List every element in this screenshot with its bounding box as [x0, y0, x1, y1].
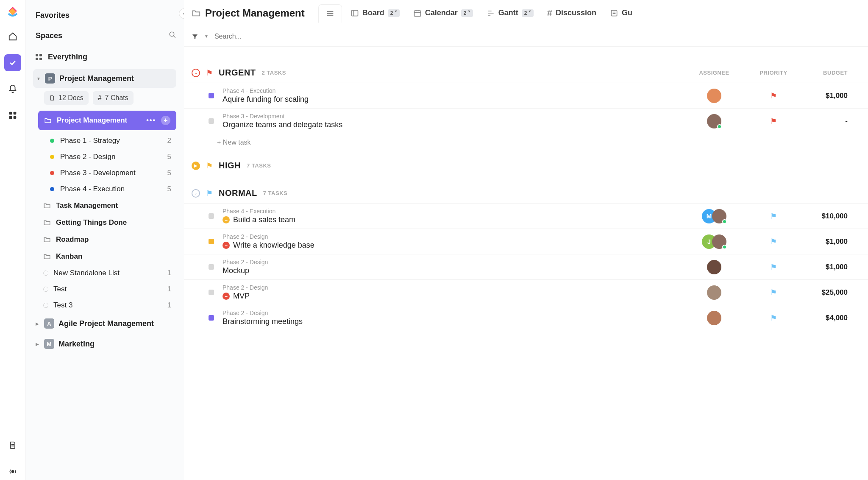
task-status[interactable]: [209, 93, 214, 98]
search-input[interactable]: [214, 33, 860, 40]
space-badge: A: [44, 318, 54, 329]
folder-item[interactable]: Roadmap: [33, 231, 176, 248]
view-gantt[interactable]: Gantt 2 ˅: [480, 3, 540, 23]
flag-icon: ⚑: [770, 313, 777, 323]
task-row[interactable]: Phase 4 - Execution Aquire funding for s…: [184, 83, 868, 108]
folder-icon: [44, 117, 52, 124]
flag-icon: ⚑: [770, 212, 777, 221]
task-status[interactable]: [209, 213, 214, 219]
doc-icon: [49, 95, 55, 101]
task-budget: -: [801, 117, 860, 126]
task-priority[interactable]: ⚑: [746, 313, 801, 323]
task-assignee[interactable]: [682, 114, 746, 128]
more-icon[interactable]: •••: [146, 117, 156, 124]
favorites-heading[interactable]: Favorites: [33, 8, 176, 28]
list-item[interactable]: New Standalone List 1: [33, 265, 176, 281]
task-row[interactable]: Phase 2 - Design Mockup ⚑ $1,000: [184, 254, 868, 279]
everything-link[interactable]: Everything: [33, 48, 176, 69]
task-priority[interactable]: ⚑: [746, 288, 801, 297]
phase-item[interactable]: Phase 3 - Development 5: [50, 165, 176, 181]
presence-dot: [722, 245, 727, 249]
avatar[interactable]: [712, 209, 726, 223]
apps-icon[interactable]: [4, 107, 21, 124]
space-project-management[interactable]: ▼ P Project Management: [33, 69, 176, 88]
chats-chip[interactable]: # 7 Chats: [93, 91, 134, 105]
task-row[interactable]: Phase 2 - Design –MVP ⚑ $25,000: [184, 279, 868, 305]
task-assignee[interactable]: M: [682, 209, 746, 223]
task-priority[interactable]: ⚑: [746, 262, 801, 272]
expand-icon[interactable]: ▶: [192, 162, 200, 170]
group-urgent: ⌄ ⚑ URGENT 2 TASKS ASSIGNEE PRIORITY BUD…: [184, 68, 868, 148]
status-dot: [50, 171, 54, 175]
space-item[interactable]: ▶ M Marketing: [33, 334, 176, 354]
view-gu[interactable]: Gu: [603, 3, 639, 23]
task-status[interactable]: [209, 290, 214, 295]
folder-project-management[interactable]: Project Management ••• +: [38, 111, 176, 130]
view-discussion[interactable]: #Discussion: [540, 3, 603, 23]
task-row[interactable]: Phase 3 - Development Organize teams and…: [184, 108, 868, 134]
folder-item[interactable]: Getting Things Done: [33, 214, 176, 231]
folder-item[interactable]: Task Management: [33, 197, 176, 214]
task-title: –MVP: [223, 292, 682, 301]
folder-item[interactable]: Kanban: [33, 248, 176, 265]
task-assignee[interactable]: [682, 311, 746, 325]
task-assignee[interactable]: [682, 260, 746, 274]
phase-item[interactable]: Phase 2 - Design 5: [50, 149, 176, 165]
task-priority[interactable]: ⚑: [746, 117, 801, 126]
task-priority[interactable]: ⚑: [746, 212, 801, 221]
task-priority[interactable]: ⚑: [746, 237, 801, 246]
collapse-sidebar-button[interactable]: ‹: [179, 8, 184, 19]
list-icon: [43, 271, 48, 276]
list-item[interactable]: Test 1: [33, 281, 176, 297]
chevron-down-icon[interactable]: ▼: [204, 34, 209, 39]
task-phase: Phase 2 - Design: [223, 259, 682, 265]
task-assignee[interactable]: [682, 89, 746, 103]
task-status[interactable]: [209, 264, 214, 270]
task-row[interactable]: Phase 2 - Design Brainstorming meetings …: [184, 305, 868, 330]
task-budget: $1,000: [801, 92, 860, 100]
task-status[interactable]: [209, 315, 214, 321]
view-board[interactable]: Board 2 ˅: [344, 3, 406, 23]
avatar[interactable]: [707, 285, 721, 300]
task-row[interactable]: Phase 4 - Execution –Build a sales team …: [184, 203, 868, 229]
task-status[interactable]: [209, 239, 214, 244]
task-phase: Phase 3 - Development: [223, 113, 682, 120]
task-status[interactable]: [209, 118, 214, 124]
page-title: Project Management: [205, 7, 305, 19]
gu-icon: [610, 9, 618, 17]
notifications-icon[interactable]: [4, 81, 21, 98]
avatar[interactable]: [707, 89, 721, 103]
avatar[interactable]: [712, 234, 726, 249]
filter-icon[interactable]: [192, 33, 198, 40]
phase-item[interactable]: Phase 1 - Strategy 2: [50, 133, 176, 149]
task-assignee[interactable]: J: [682, 234, 746, 249]
task-priority[interactable]: ⚑: [746, 91, 801, 100]
space-item[interactable]: ▶ A Agile Project Management: [33, 313, 176, 334]
task-content: ⌄ ⚑ URGENT 2 TASKS ASSIGNEE PRIORITY BUD…: [184, 47, 868, 480]
new-task-button[interactable]: + New task: [184, 134, 868, 148]
home-icon[interactable]: [4, 28, 21, 45]
avatar[interactable]: [707, 260, 721, 274]
task-row[interactable]: Phase 2 - Design –Write a knowledge base…: [184, 229, 868, 254]
add-button[interactable]: +: [161, 116, 170, 125]
avatar[interactable]: [707, 114, 721, 128]
view-badge: 2 ˅: [522, 9, 534, 17]
tasks-icon[interactable]: [4, 54, 21, 71]
task-budget: $1,000: [801, 237, 860, 246]
record-icon[interactable]: [4, 463, 21, 480]
collapse-icon[interactable]: ⌄: [192, 69, 200, 77]
phase-item[interactable]: Phase 4 - Execution 5: [50, 181, 176, 197]
view-list[interactable]: [318, 4, 342, 23]
avatar[interactable]: [707, 311, 721, 325]
list-icon: [43, 287, 48, 292]
task-assignee[interactable]: [682, 285, 746, 300]
task-phase: Phase 4 - Execution: [223, 208, 682, 215]
folder-icon: [43, 219, 51, 226]
docs-icon[interactable]: [4, 437, 21, 454]
view-calendar[interactable]: Calendar 2 ˅: [406, 3, 480, 23]
board-icon: [351, 9, 359, 17]
docs-chip[interactable]: 12 Docs: [44, 91, 89, 105]
search-icon[interactable]: [169, 31, 176, 41]
collapse-icon[interactable]: ⌄: [192, 189, 200, 198]
list-item[interactable]: Test 3 1: [33, 297, 176, 313]
